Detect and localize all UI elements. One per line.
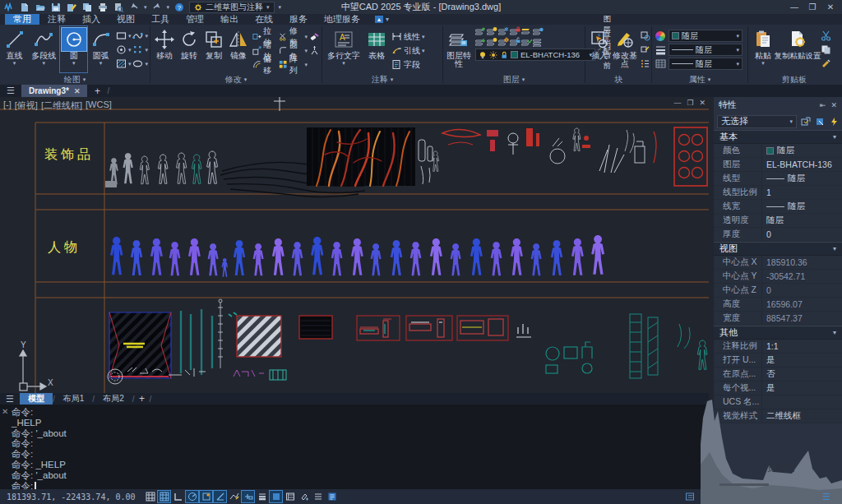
annotation-visibility-icon[interactable] <box>298 491 310 502</box>
prop-row-ltscale[interactable]: 线型比例1 <box>714 186 842 200</box>
palette-close-icon[interactable]: ✕ <box>830 101 837 109</box>
spline-button[interactable]: ▾ <box>132 30 148 42</box>
panel-properties-label[interactable]: 属性 <box>689 74 706 86</box>
tab-model[interactable]: 模型 <box>20 393 53 405</box>
polar-tracking-icon[interactable] <box>186 491 198 502</box>
maximize-button[interactable]: ❐ <box>804 1 821 13</box>
prop-row-linetype[interactable]: 线型随层 <box>714 172 842 186</box>
tab-layout1[interactable]: 布局1 <box>55 393 93 405</box>
color-wheel-icon[interactable] <box>655 30 666 42</box>
line-button[interactable]: 直线▾ <box>2 26 27 72</box>
snap-mode-icon[interactable] <box>158 491 170 502</box>
layout-menu-icon[interactable]: ☰ <box>0 393 20 405</box>
arc-button[interactable]: 圆弧▾ <box>87 26 114 72</box>
color-dropdown[interactable]: 随层▾ <box>669 30 743 42</box>
linear-dim-button[interactable]: 线性▾ <box>391 30 425 43</box>
prop-row-width[interactable]: 宽度88547.37 <box>714 312 842 326</box>
layer-dropdown[interactable]: EL-BHATCH-136 ▾ <box>475 49 595 61</box>
doc-minimize-icon[interactable]: — <box>673 99 681 107</box>
tab-close-icon[interactable]: ✕ <box>74 87 81 95</box>
rotate-button[interactable]: 旋转 <box>177 26 201 72</box>
redo-caret-icon[interactable]: ▾ <box>167 4 170 11</box>
layer-thaw-icon[interactable] <box>498 37 509 47</box>
open-file-icon[interactable] <box>35 2 46 12</box>
undo-caret-icon[interactable]: ▾ <box>144 4 147 11</box>
match-properties-icon[interactable] <box>821 58 831 70</box>
layer-bulb-icon[interactable] <box>487 37 497 47</box>
rectangle-button[interactable]: ▾ <box>116 30 132 42</box>
angle-snap-icon[interactable] <box>214 491 226 502</box>
save-icon[interactable] <box>50 2 62 12</box>
new-layout-button[interactable]: + <box>134 393 149 405</box>
model-space-icon[interactable] <box>270 491 282 502</box>
prop-row-center-z[interactable]: 中心点 Z0 <box>714 284 842 298</box>
command-close-icon[interactable]: ✕ <box>2 407 8 418</box>
prop-row-height[interactable]: 高度16596.07 <box>714 298 842 312</box>
ortho-mode-icon[interactable] <box>172 491 184 502</box>
dynamic-input-icon[interactable] <box>242 491 254 502</box>
autohide-icon[interactable]: ⇤ <box>820 101 826 109</box>
tab-insert[interactable]: 插入 <box>74 14 109 25</box>
panel-draw-label[interactable]: 绘图 <box>64 74 81 86</box>
workspace-switch-icon[interactable] <box>326 491 338 502</box>
doc-restore-icon[interactable]: ❐ <box>687 99 693 107</box>
selection-dropdown[interactable]: 无选择▾ <box>717 115 797 128</box>
tab-layout2[interactable]: 布局2 <box>95 393 132 405</box>
close-button[interactable]: ✕ <box>822 1 839 13</box>
prop-row-lineweight[interactable]: 线宽随层 <box>714 200 842 214</box>
layer-freeze-icon[interactable] <box>498 26 509 36</box>
doc-menu-icon[interactable]: ☰ <box>0 85 21 97</box>
viewport-controls-minus[interactable]: [-] <box>3 99 12 112</box>
autoscale-icon[interactable] <box>312 491 324 502</box>
field-button[interactable]: 字段 <box>391 58 425 71</box>
help-icon[interactable]: ? <box>173 2 185 12</box>
layer-on-icon[interactable] <box>475 26 486 36</box>
layer-lock-icon[interactable] <box>510 26 520 36</box>
offset-button[interactable]: 偏移 <box>252 58 277 71</box>
prop-row-visual-style[interactable]: 视觉样式二维线框 <box>714 409 842 423</box>
leader-button[interactable]: 引线▾ <box>391 44 425 57</box>
tab-tools[interactable]: 工具 <box>143 14 178 25</box>
block-attributes-button[interactable] <box>640 58 650 70</box>
annotation-monitor-icon[interactable] <box>683 491 696 502</box>
panel-modify-label[interactable]: 修改 <box>225 74 242 86</box>
grid-display-icon[interactable] <box>144 491 156 502</box>
tab-geo[interactable]: 地理服务 <box>316 14 368 25</box>
cut-icon[interactable] <box>821 30 831 42</box>
ribbon-collapse-icon[interactable]: ▴ <box>375 16 383 23</box>
lineweight-dropdown[interactable]: 随层▾ <box>669 58 743 70</box>
toggle-pickadd-icon[interactable] <box>828 116 839 127</box>
minimize-button[interactable]: — <box>786 1 803 13</box>
mirror-button[interactable]: 镜像 <box>226 26 251 72</box>
section-basic[interactable]: 基本▾ <box>714 130 842 144</box>
layer-down-icon[interactable] <box>475 37 486 47</box>
prop-row-per-viewport[interactable]: 每个视...是 <box>714 381 842 395</box>
panel-block-label[interactable]: 块 <box>614 74 622 86</box>
polyline-button[interactable]: 多段线▾ <box>27 26 60 72</box>
drawing-viewport[interactable]: [-] [俯视] [二维线框] [WCS] — ❐ ✕ 装饰品 人物 Y X <box>0 97 709 393</box>
donut-button[interactable]: ▾ <box>116 44 132 56</box>
layer-unlock-icon[interactable] <box>510 37 520 47</box>
table-button[interactable]: 表格 <box>363 26 390 72</box>
prop-row-center-y[interactable]: 中心点 Y-30542.71 <box>714 270 842 284</box>
explode-button[interactable] <box>309 44 320 57</box>
layer-properties-button[interactable]: 图层特性 <box>445 26 473 72</box>
copy-icon[interactable] <box>81 2 93 12</box>
object-tracking-icon[interactable] <box>228 491 240 502</box>
app-logo-icon[interactable] <box>3 2 15 12</box>
insert-block-button[interactable]: 插入 <box>587 26 612 72</box>
layer-unisolate-icon[interactable] <box>521 37 532 47</box>
paste-button[interactable]: 粘贴▾ <box>750 26 776 72</box>
command-line[interactable]: ✕ 命令: _HELP 命令: '_about 命令: 命令: 命令: _HEL… <box>0 405 709 489</box>
prop-row-ucs-origin[interactable]: 在原点...否 <box>714 368 842 381</box>
prop-row-layer[interactable]: 图层EL-BHATCH-136 <box>714 158 842 172</box>
prop-row-center-x[interactable]: 中心点 X185910.36 <box>714 256 842 270</box>
lineweight-display-icon[interactable] <box>256 491 268 502</box>
erase-button[interactable] <box>309 30 320 43</box>
print-icon[interactable] <box>97 2 109 12</box>
tab-annotate[interactable]: 注释 <box>39 14 74 25</box>
prop-row-ucs-on[interactable]: 打开 U...是 <box>714 354 842 368</box>
new-tab-button[interactable]: + <box>87 85 107 97</box>
viewport-ucs-control[interactable]: [WCS] <box>86 99 112 112</box>
edit-block-button[interactable] <box>640 44 650 56</box>
